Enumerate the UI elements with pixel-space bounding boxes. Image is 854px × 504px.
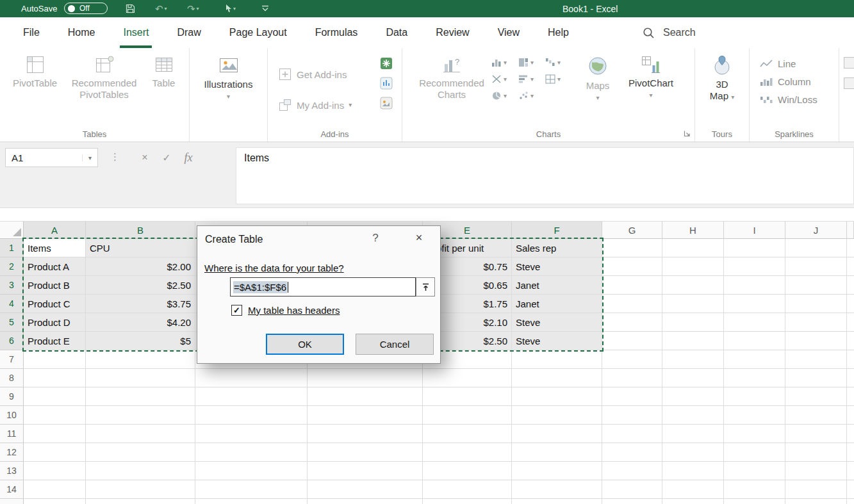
cell-F15[interactable] [512, 499, 602, 504]
cell-B11[interactable] [86, 425, 195, 443]
cell-J6[interactable] [785, 332, 847, 350]
cell-I4[interactable] [724, 295, 785, 313]
row-header-12[interactable]: 12 [0, 443, 24, 462]
cell-A8[interactable] [24, 369, 86, 387]
cell-A3[interactable]: Product B [24, 276, 86, 295]
column-header-I[interactable]: I [724, 222, 785, 239]
row-header-4[interactable]: 4 [0, 295, 24, 313]
cell-F7[interactable] [512, 350, 602, 369]
column-header-J[interactable]: J [785, 222, 847, 239]
cell-D15[interactable] [308, 499, 423, 504]
cell-I12[interactable] [724, 443, 785, 462]
cell-H10[interactable] [662, 406, 724, 425]
cell-I15[interactable] [724, 499, 785, 504]
cell-C14[interactable] [195, 480, 308, 499]
insert-scatter-chart-button[interactable]: ▾ [518, 91, 545, 101]
insert-function-button[interactable]: fx [178, 148, 199, 167]
cell-A14[interactable] [24, 480, 86, 499]
cell-A11[interactable] [24, 425, 86, 443]
people-graph-addin-icon[interactable] [380, 57, 393, 70]
cell-D13[interactable] [308, 462, 423, 480]
cell-G6[interactable] [602, 332, 662, 350]
cell-E9[interactable] [423, 387, 512, 406]
cell-H8[interactable] [662, 369, 724, 387]
cell-J5[interactable] [785, 313, 847, 332]
row-header-8[interactable]: 8 [0, 369, 24, 387]
dialog-close-button[interactable]: × [411, 231, 427, 245]
cell-A15[interactable] [24, 499, 86, 504]
cancel-entry-button[interactable]: × [135, 148, 155, 167]
cell-G13[interactable] [602, 462, 662, 480]
formula-bar-input[interactable]: Items [236, 147, 854, 204]
visio-data-addin-icon[interactable] [380, 77, 393, 90]
cell-A10[interactable] [24, 406, 86, 425]
cell-I8[interactable] [724, 369, 785, 387]
insert-line-chart-button[interactable]: ▾ [491, 74, 518, 84]
cell-A7[interactable] [24, 350, 86, 369]
cell-H4[interactable] [662, 295, 724, 313]
tab-home[interactable]: Home [54, 17, 110, 48]
cell-B13[interactable] [86, 462, 195, 480]
cell-I3[interactable] [724, 276, 785, 295]
insert-column-chart-button[interactable]: ▾ [491, 58, 518, 67]
cell-H11[interactable] [662, 425, 724, 443]
row-header-14[interactable]: 14 [0, 480, 24, 499]
cell-F2[interactable]: Steve [512, 257, 602, 276]
cell-H5[interactable] [662, 313, 724, 332]
charts-dialog-launcher[interactable] [684, 128, 691, 140]
row-header-1[interactable]: 1 [0, 239, 24, 257]
cell-G14[interactable] [602, 480, 662, 499]
cell-I11[interactable] [724, 425, 785, 443]
cell-A9[interactable] [24, 387, 86, 406]
row-header-10[interactable]: 10 [0, 406, 24, 425]
pivotchart-button[interactable]: PivotChart ▾ [623, 51, 678, 99]
cell-A1[interactable]: Items [24, 239, 86, 257]
tab-insert[interactable]: Insert [109, 17, 163, 48]
tab-file[interactable]: File [9, 17, 54, 48]
insert-pie-chart-button[interactable]: ▾ [491, 91, 518, 101]
cell-A6[interactable]: Product E [24, 332, 86, 350]
3d-map-button[interactable]: 3D Map ▾ [703, 51, 741, 102]
recommended-charts-button[interactable]: ? Recommended Charts [418, 51, 485, 101]
cell-I5[interactable] [724, 313, 785, 332]
cell-F12[interactable] [512, 443, 602, 462]
cell-C8[interactable] [195, 369, 308, 387]
collapse-dialog-button[interactable] [416, 277, 435, 297]
cell-F5[interactable]: Steve [512, 313, 602, 332]
cell-F3[interactable]: Janet [512, 276, 602, 295]
cell-J8[interactable] [785, 369, 847, 387]
tab-page-layout[interactable]: Page Layout [215, 17, 301, 48]
cell-D14[interactable] [308, 480, 423, 499]
insert-combo-chart-button[interactable]: ▾ [545, 74, 572, 84]
row-header-5[interactable]: 5 [0, 313, 24, 332]
cell-J1[interactable] [785, 239, 847, 257]
cell-J11[interactable] [785, 425, 847, 443]
cell-J7[interactable] [785, 350, 847, 369]
cell-E11[interactable] [423, 425, 512, 443]
cell-I10[interactable] [724, 406, 785, 425]
sparkline-line-button[interactable]: Line [760, 58, 839, 69]
row-header-7[interactable]: 7 [0, 350, 24, 369]
illustrations-button[interactable]: Illustrations ▾ [193, 51, 265, 100]
cell-G4[interactable] [602, 295, 662, 313]
cell-F4[interactable]: Janet [512, 295, 602, 313]
row-header-6[interactable]: 6 [0, 332, 24, 350]
cell-J14[interactable] [785, 480, 847, 499]
cell-E10[interactable] [423, 406, 512, 425]
tab-draw[interactable]: Draw [163, 17, 215, 48]
row-header-15[interactable] [0, 499, 24, 504]
cell-B15[interactable] [86, 499, 195, 504]
cell-J10[interactable] [785, 406, 847, 425]
get-addins-button[interactable]: Get Add-ins [278, 67, 347, 81]
cell-J13[interactable] [785, 462, 847, 480]
cell-C10[interactable] [195, 406, 308, 425]
cell-G9[interactable] [602, 387, 662, 406]
ok-button[interactable]: OK [266, 334, 344, 355]
cell-B14[interactable] [86, 480, 195, 499]
cell-J9[interactable] [785, 387, 847, 406]
column-header-F[interactable]: F [512, 222, 602, 239]
cell-E12[interactable] [423, 443, 512, 462]
save-button[interactable] [126, 0, 135, 17]
tab-view[interactable]: View [484, 17, 534, 48]
cell-G15[interactable] [602, 499, 662, 504]
